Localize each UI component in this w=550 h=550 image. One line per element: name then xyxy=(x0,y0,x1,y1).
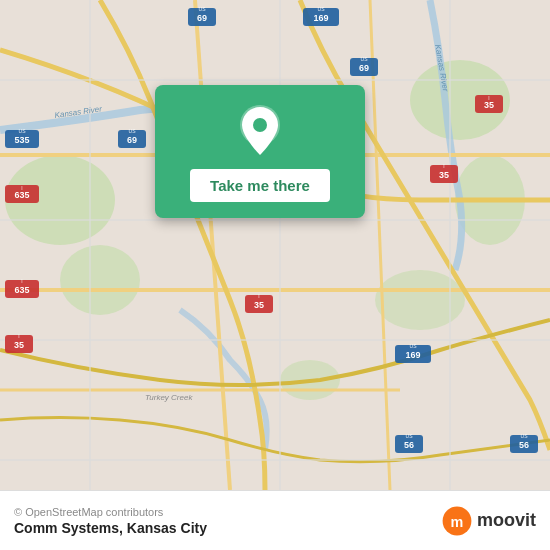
svg-text:I: I xyxy=(21,185,22,191)
moovit-brand-text: moovit xyxy=(477,510,536,531)
svg-text:US: US xyxy=(406,433,414,439)
map-background: 69 US 169 US 69 US 35 I 35 I 35 I 35 I 6… xyxy=(0,0,550,490)
svg-text:69: 69 xyxy=(359,63,369,73)
moovit-brand-icon: m xyxy=(441,505,473,537)
location-popup: Take me there xyxy=(155,85,365,218)
svg-text:I: I xyxy=(18,333,19,339)
svg-text:69: 69 xyxy=(127,135,137,145)
svg-text:I: I xyxy=(488,95,489,101)
bottom-left: © OpenStreetMap contributors Comm System… xyxy=(14,506,207,536)
svg-text:US: US xyxy=(129,128,137,134)
svg-text:I: I xyxy=(21,278,22,284)
svg-text:56: 56 xyxy=(404,440,414,450)
svg-text:169: 169 xyxy=(405,350,420,360)
svg-point-2 xyxy=(60,245,140,315)
svg-text:US: US xyxy=(361,56,369,62)
svg-text:m: m xyxy=(451,513,464,529)
location-title: Comm Systems, Kansas City xyxy=(14,520,207,536)
svg-text:35: 35 xyxy=(439,170,449,180)
svg-text:635: 635 xyxy=(14,190,29,200)
svg-text:635: 635 xyxy=(14,285,29,295)
svg-text:US: US xyxy=(199,6,207,12)
svg-text:535: 535 xyxy=(14,135,29,145)
svg-text:I: I xyxy=(443,163,444,169)
svg-text:US: US xyxy=(318,6,326,12)
svg-text:I: I xyxy=(258,293,259,299)
map-container: 69 US 169 US 69 US 35 I 35 I 35 I 35 I 6… xyxy=(0,0,550,490)
svg-text:35: 35 xyxy=(254,300,264,310)
svg-point-66 xyxy=(253,118,267,132)
svg-text:56: 56 xyxy=(519,440,529,450)
svg-point-5 xyxy=(375,270,465,330)
svg-text:35: 35 xyxy=(14,340,24,350)
svg-text:US: US xyxy=(521,433,529,439)
moovit-logo: m moovit xyxy=(441,505,536,537)
svg-text:169: 169 xyxy=(313,13,328,23)
svg-text:69: 69 xyxy=(197,13,207,23)
svg-text:Turkey Creek: Turkey Creek xyxy=(145,393,193,402)
bottom-bar: © OpenStreetMap contributors Comm System… xyxy=(0,490,550,550)
copyright-text: © OpenStreetMap contributors xyxy=(14,506,207,518)
svg-text:US: US xyxy=(410,343,418,349)
take-me-there-button[interactable]: Take me there xyxy=(190,169,330,202)
svg-text:US: US xyxy=(19,128,27,134)
location-pin-icon xyxy=(236,103,284,159)
svg-text:35: 35 xyxy=(484,100,494,110)
